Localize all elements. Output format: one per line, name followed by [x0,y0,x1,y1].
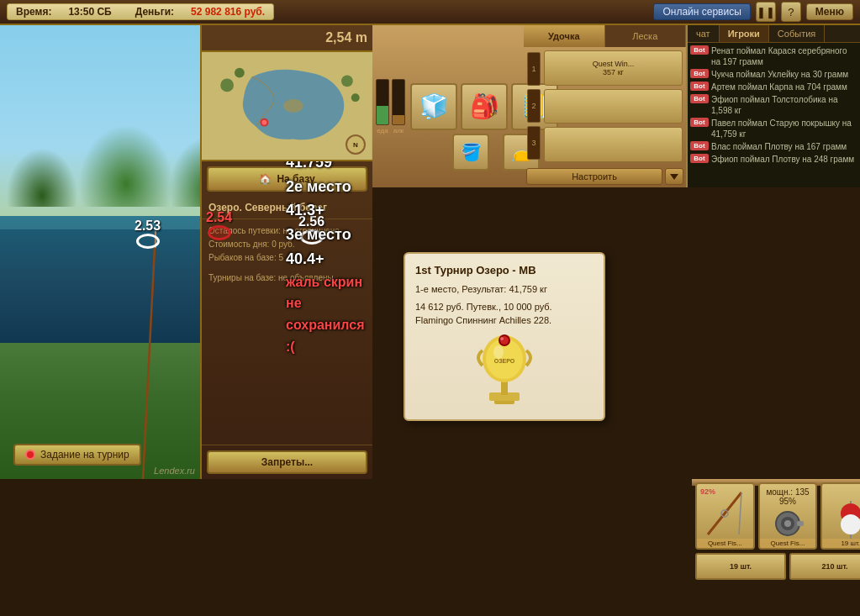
configure-arrow-button[interactable] [665,168,683,185]
svg-point-11 [493,345,504,359]
food-bar-wrap: еда [376,79,389,134]
chat-tab-players[interactable]: Игроки [720,25,769,42]
svg-line-24 [708,492,741,534]
depth-area: 2,54 m [202,25,372,52]
chat-text: Эфиоп поймал Плотву на 248 грамм [711,154,854,165]
svg-point-23 [261,120,266,125]
chat-tab-events[interactable]: События [769,25,825,42]
watermark: Lendex.ru [154,466,195,476]
bait-count-slot[interactable]: 19 шт. [695,553,786,580]
assignment-label: Задание на турнир [40,449,129,461]
menu-button[interactable]: Меню [806,3,853,20]
chat-text: Эфиоп поймал Толстолобика на 1,598 кг [711,94,857,116]
slot-item-2[interactable] [544,89,683,124]
bait-svg-icon [834,501,860,539]
online-services-button[interactable]: Онлайн сервисы [653,3,750,20]
equip-top-row: 92% Quest Fis... мощн.: 135 95% [695,482,860,550]
svg-point-29 [784,520,791,527]
money-label: Деньги: [135,6,174,18]
slot-items: Quest Win...357 кг [544,50,683,162]
tournament-popup: 1st Турнир Озеро - МВ 1-е место, Результ… [404,252,605,421]
assignment-button[interactable]: Задание на турнир [13,444,141,466]
chat-message-2: BotАртем поймал Карпа на 704 грамм [690,82,857,92]
reel-label: Quest Fis... [760,539,816,548]
chat-text: Чукча поймал Уклейку на 30 грамм [711,69,848,80]
slot-numbers: 1 2 3 [527,50,541,162]
svg-point-32 [841,514,860,534]
rod-equip-slot[interactable]: 92% Quest Fis... [695,482,755,550]
prohibit-button[interactable]: Запреты... [207,450,367,474]
chat-text: Артем поймал Карпа на 704 грамм [711,82,847,92]
pause-button[interactable]: ❚❚ [756,2,776,22]
chat-message-1: BotЧукча поймал Уклейку на 30 грамм [690,69,857,80]
configure-button[interactable]: Настроить [526,168,662,185]
chat-message-3: BotЭфиоп поймал Толстолобика на 1,598 кг [690,94,857,116]
float-2-circle [208,225,231,240]
bot-badge: Bot [690,94,709,103]
equipment-area: 92% Quest Fis... мощн.: 135 95% [692,479,860,486]
chat-messages: BotРенат поймал Карася серебряного на 19… [688,43,860,187]
help-button[interactable]: ? [781,2,801,22]
game-and-right: 2.53 2.54 2.56 1е место 41.759 2е место … [0,25,372,479]
coolbox-item[interactable]: 🧊 [410,83,457,130]
food-label: еда [377,127,388,134]
chevron-down-icon [670,174,678,180]
line-count-slot[interactable]: 210 шт. [789,553,860,580]
bot-badge: Bot [690,82,709,91]
money-value: 52 982 816 руб. [191,6,265,18]
slot-item-1[interactable]: Quest Win...357 кг [544,50,683,86]
water-layer [0,216,200,352]
svg-point-19 [341,76,353,87]
reel-info: мощн.: 135 95% [762,484,812,509]
chat-message-4: BotПавел поймал Старую покрышку на 41,75… [690,118,857,140]
rod-tab-rod[interactable]: Удочка [524,25,605,47]
info-bar: Время: 13:50 СБ Деньги: 52 982 816 руб. [7,3,274,20]
bot-badge: Bot [690,154,709,163]
chat-tabs: чат Игроки События [688,25,860,43]
bottom-left: еда алк 🧊 🎒 📒 🪣 [372,25,688,187]
bot-badge: Bot [690,45,709,55]
float-1-value: 2.53 [135,218,161,234]
reel-equip-slot[interactable]: мощн.: 135 95% Quest Fis... [758,482,818,550]
leaderboard-line2: 2е место 41.3+ [286,175,365,224]
chat-text: Влас поймал Плотву на 167 грамм [711,141,847,152]
rod-tab-line[interactable]: Леска [605,25,687,47]
slot-1-label: Quest Win...357 кг [593,60,635,76]
svg-point-21 [283,99,303,113]
top-controls: Онлайн сервисы ❚❚ ? Меню [653,2,853,22]
slot-item-3[interactable] [544,127,683,162]
chat-tab-chat[interactable]: чат [688,25,720,42]
svg-point-20 [351,93,360,102]
rod-content: 1 2 3 Quest Win...357 кг [524,47,686,166]
pot-item[interactable]: 🪣 [452,134,489,171]
extra-items: 🪣 [452,134,489,171]
backpack-item[interactable]: 🎒 [461,83,508,130]
rod-bottom: Настроить [524,166,686,187]
float-2: 2.54 [206,210,232,240]
house-icon: 🏠 [259,173,272,185]
bait-equip-slot[interactable]: 19 шт. [820,482,860,550]
chat-panel: чат Игроки События BotРенат поймал Карас… [688,25,860,187]
svg-point-18 [235,68,245,78]
rod-percent: 92% [700,487,715,496]
tournament-title: 1st Турнир Озеро - МВ [415,264,594,276]
bot-badge: Bot [690,141,709,150]
chat-text: Павел поймал Старую покрышку на 41,759 к… [711,118,857,140]
alcohol-label: алк [393,127,404,134]
chat-message-6: BotЭфиоп поймал Плотву на 248 грамм [690,154,857,165]
leaderboard-line3: 3е место 40.4+ [286,223,365,271]
bot-badge: Bot [690,69,709,78]
tournament-result: 1-е место, Результат: 41,759 кг [415,283,594,296]
equip-bottom-row: 19 шт. 210 шт. [695,553,860,580]
slot-num-1: 1 [527,52,541,86]
trees-layer [0,93,200,207]
rod-svg-icon [704,488,746,539]
map-area[interactable]: N [202,52,372,161]
alcohol-bar-fill [393,115,404,124]
rod-tabs: Удочка Леска [524,25,686,47]
rod-label: Quest Fis... [697,539,753,548]
svg-line-25 [739,492,741,534]
tournament-prize: 14 612 руб. Путевк., 10 000 руб. Flaming… [415,301,594,327]
top-bar: 🪝 🪝 🪝 🪝 Время: 13:50 СБ Деньги: 52 982 8… [0,0,860,25]
slot-num-3: 3 [527,126,541,160]
